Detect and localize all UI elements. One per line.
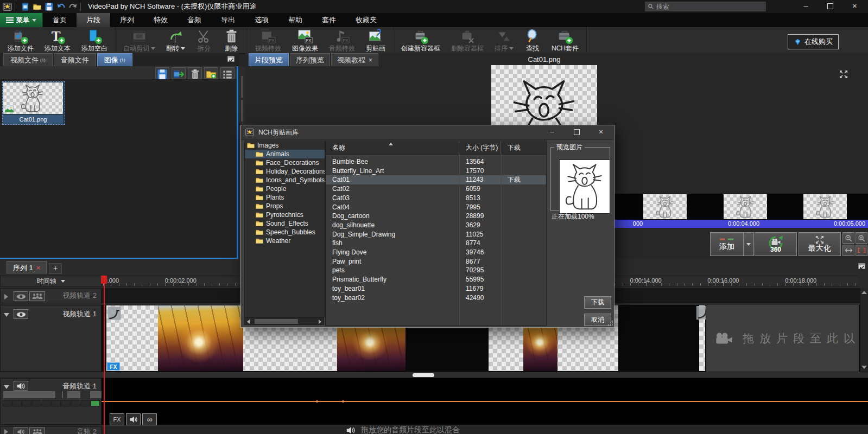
delete-media-icon[interactable]	[188, 67, 202, 79]
track-mute-button[interactable]	[14, 427, 28, 434]
file-row-Dog_Simple_Drawing[interactable]: Dog_Simple_Drawing11025	[326, 230, 546, 239]
video-360-button[interactable]: 360	[755, 232, 797, 256]
restore-button[interactable]	[818, 0, 842, 13]
file-row-Prismatic_Butterfly[interactable]: Prismatic_Butterfly55995	[326, 275, 546, 284]
ribbon-addtext-button[interactable]: T添加文本	[39, 27, 76, 53]
menu-tab-选项[interactable]: 选项	[245, 13, 278, 27]
media-item-cat01[interactable]: Cat01.png	[2, 81, 65, 125]
volume-slider[interactable]	[3, 391, 64, 399]
maximize-preview-button[interactable]: 最大化	[799, 232, 841, 256]
search-input[interactable]: 搜索	[645, 2, 766, 11]
transition-icon[interactable]	[107, 307, 121, 320]
download-button[interactable]: 下载	[584, 296, 611, 309]
ribbon-find-button[interactable]: 查找	[519, 27, 546, 53]
file-row-toy_bear01[interactable]: toy_bear0111679	[326, 284, 546, 293]
new-sequence-tab[interactable]: +	[49, 263, 62, 274]
menu-tab-首页[interactable]: 首页	[43, 13, 77, 27]
tree-item-Speech_Bubbles[interactable]: Speech_Bubbles	[245, 228, 325, 237]
track-splitter[interactable]	[0, 372, 868, 378]
buy-online-button[interactable]: 在线购买	[788, 34, 839, 49]
track-mute-button[interactable]	[14, 381, 28, 391]
tree-item-Holiday_Decorations[interactable]: Holiday_Decorations	[245, 167, 325, 176]
clip-fx-badge[interactable]: FX	[107, 362, 120, 371]
tree-item-Plants[interactable]: Plants	[245, 193, 325, 202]
audio-mute-button[interactable]	[126, 413, 141, 425]
tree-item-People[interactable]: People	[245, 184, 325, 193]
tree-horizontal-scrollbar[interactable]	[244, 317, 324, 325]
track-group-button[interactable]	[29, 427, 45, 434]
menu-tab-特效[interactable]: 特效	[144, 13, 178, 27]
ribbon-addfile-button[interactable]: 添加文件	[2, 27, 39, 53]
save-media-icon[interactable]	[155, 67, 169, 79]
menu-tab-帮助[interactable]: 帮助	[278, 13, 312, 27]
zoom-out-button[interactable]	[842, 232, 854, 244]
tree-item-Animals[interactable]: Animals	[245, 150, 325, 158]
preview-tab-序列预览[interactable]: 序列预览	[290, 53, 330, 66]
dialog-minimize-button[interactable]: –	[544, 127, 560, 137]
file-row-Cat04[interactable]: Cat047995	[326, 203, 546, 212]
minimize-button[interactable]: –	[794, 0, 818, 13]
file-row-fish[interactable]: fish8774	[326, 239, 546, 248]
add-folder-icon[interactable]	[204, 67, 218, 79]
file-row-toy_bear02[interactable]: toy_bear0242490	[326, 293, 546, 303]
menu-tab-音频[interactable]: 音频	[178, 13, 211, 27]
loop-region-button[interactable]	[856, 245, 867, 256]
ribbon-trash-button[interactable]: 删除	[218, 27, 245, 53]
tree-item-Face_Decorations[interactable]: Face_Decorations	[245, 158, 325, 167]
undo-icon[interactable]	[56, 2, 66, 11]
file-row-Cat03[interactable]: Cat038513	[326, 194, 546, 203]
timeline-vertical-scrollbar[interactable]	[860, 288, 868, 372]
tree-item-root[interactable]: Images	[245, 141, 325, 150]
menu-tab-片段[interactable]: 片段	[77, 13, 110, 27]
menu-tab-收藏夹[interactable]: 收藏夹	[346, 13, 387, 27]
list-view-icon[interactable]	[220, 67, 235, 79]
fullscreen-icon[interactable]	[839, 69, 848, 79]
timeline-mode-select[interactable]: 时间轴	[0, 276, 102, 286]
media-tab-音频文件[interactable]: 音频文件	[54, 53, 96, 66]
add-clip-button[interactable]: 添加	[710, 232, 744, 256]
sequence-tab[interactable]: 序列 1×	[7, 261, 47, 274]
ribbon-clipart-button[interactable]: 剪贴画	[360, 27, 391, 53]
close-sequence-icon[interactable]: ×	[36, 264, 41, 272]
track-visibility-button[interactable]	[14, 291, 28, 301]
file-row-pets[interactable]: pets70295	[326, 266, 546, 275]
file-row-Bumble-Bee[interactable]: Bumble-Bee13564	[326, 157, 546, 167]
menu-button[interactable]: 菜单	[0, 13, 43, 27]
preview-tab-片段预览[interactable]: 片段预览	[249, 53, 289, 66]
file-row-Cat02[interactable]: Cat026059	[326, 184, 546, 194]
video-drop-zone[interactable]: 拖放片段至此以将	[706, 305, 859, 372]
undock-panel-icon[interactable]	[226, 55, 236, 63]
menu-tab-导出[interactable]: 导出	[211, 13, 245, 27]
preview-tab-视频教程[interactable]: 视频教程×	[331, 53, 378, 66]
file-row-Cat01[interactable]: Cat0111243下载	[326, 175, 546, 184]
save-project-icon[interactable]	[45, 2, 54, 11]
media-tab-视频文件[interactable]: 视频文件(1)	[3, 53, 53, 66]
new-project-icon[interactable]	[21, 2, 30, 11]
tree-item-Icons_and_Symbols[interactable]: Icons_and_Symbols	[245, 176, 325, 184]
audio-track-1-content[interactable]: FX ∞	[102, 378, 868, 425]
tree-item-Sound_Effects[interactable]: Sound_Effects	[245, 219, 325, 228]
resize-grip[interactable]	[607, 321, 613, 326]
audio-link-button[interactable]: ∞	[142, 413, 157, 425]
file-row-dog_silhouette[interactable]: dog_silhouette3629	[326, 221, 546, 230]
tree-item-Pyrotechnics[interactable]: Pyrotechnics	[245, 210, 325, 219]
close-tab-icon[interactable]: ×	[369, 56, 372, 64]
column-size[interactable]: 大小 (字节)	[459, 141, 501, 154]
undock-timeline-icon[interactable]	[857, 262, 866, 271]
redo-icon[interactable]	[68, 2, 78, 11]
track-group-button[interactable]	[29, 291, 45, 301]
file-row-Paw_print[interactable]: Paw_print8677	[326, 257, 546, 266]
dialog-restore-button[interactable]	[568, 127, 585, 137]
column-download[interactable]: 下载	[501, 141, 546, 154]
splitter-handle[interactable]	[413, 373, 434, 377]
dialog-close-button[interactable]: ×	[593, 127, 609, 137]
audio-fx-button[interactable]: FX	[110, 413, 124, 425]
track-visibility-button[interactable]	[14, 309, 28, 319]
envelope-keyframe[interactable]	[316, 400, 318, 403]
file-row-Dog_cartoon[interactable]: Dog_cartoon28899	[326, 212, 546, 221]
ribbon-flip-button[interactable]: 翻转	[161, 27, 191, 53]
ribbon-suite-button[interactable]: NCH套件	[546, 27, 584, 53]
ribbon-addblank-button[interactable]: 添加空白	[76, 27, 113, 53]
tree-item-Weather[interactable]: Weather	[245, 237, 325, 245]
open-project-icon[interactable]	[33, 2, 42, 11]
